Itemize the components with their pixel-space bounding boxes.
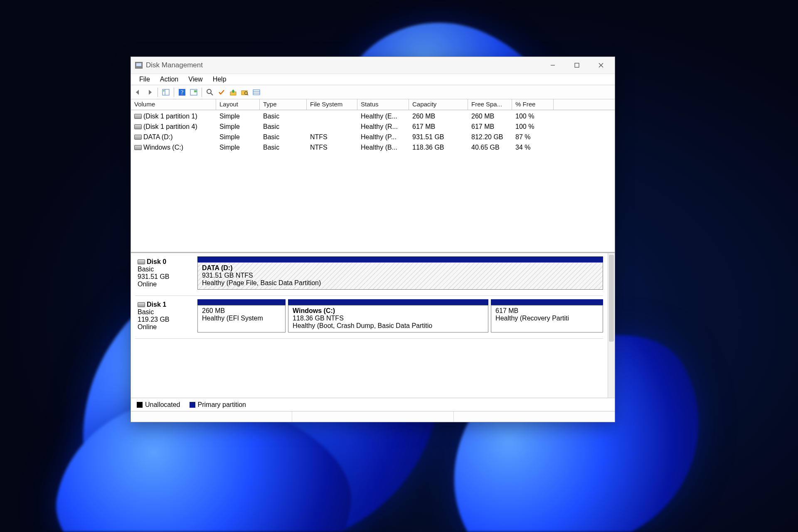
legend-primary-label: Primary partition <box>198 401 246 408</box>
volume-name: (Disk 1 partition 4) <box>143 123 197 130</box>
partition-status: Healthy (Boot, Crash Dump, Basic Data Pa… <box>293 322 432 329</box>
partition[interactable]: 260 MBHealthy (EFI System <box>197 299 286 332</box>
partition[interactable]: DATA (D:)931.51 GB NTFSHealthy (Page Fil… <box>197 256 603 290</box>
volume-layout: Simple <box>216 133 260 141</box>
col-pct-free[interactable]: % Free <box>512 99 554 110</box>
volume-status: Healthy (P... <box>357 133 409 141</box>
svg-line-16 <box>247 94 249 95</box>
check-button[interactable] <box>216 87 227 98</box>
svg-rect-1 <box>575 63 579 67</box>
volume-pct-free: 100 % <box>512 123 554 131</box>
partition-header-bar <box>197 299 286 305</box>
volume-type: Basic <box>260 113 307 120</box>
volume-status: Healthy (B... <box>357 144 409 151</box>
partition-box[interactable]: 260 MBHealthy (EFI System <box>197 305 286 332</box>
volume-row[interactable]: DATA (D:)SimpleBasicNTFSHealthy (P...931… <box>131 132 615 142</box>
volume-type: Basic <box>260 133 307 141</box>
titlebar[interactable]: Disk Management <box>131 57 615 74</box>
volume-layout: Simple <box>216 113 260 120</box>
volume-free: 617 MB <box>468 123 512 131</box>
maximize-button[interactable] <box>565 57 589 74</box>
partition-box[interactable]: 617 MBHealthy (Recovery Partiti <box>491 305 603 332</box>
col-status[interactable]: Status <box>357 99 409 110</box>
help-button[interactable]: ? <box>177 87 187 98</box>
volume-row[interactable]: (Disk 1 partition 4)SimpleBasicHealthy (… <box>131 121 615 132</box>
menu-help[interactable]: Help <box>208 75 232 84</box>
volume-capacity: 260 MB <box>409 113 468 120</box>
menu-file[interactable]: File <box>134 75 155 84</box>
volume-free: 812.20 GB <box>468 133 512 141</box>
disk-row: Disk 0Basic931.51 GBOnlineDATA (D:)931.5… <box>135 256 603 296</box>
volume-list-body: (Disk 1 partition 1)SimpleBasicHealthy (… <box>131 110 615 153</box>
volume-status: Healthy (R... <box>357 123 409 131</box>
volume-row[interactable]: Windows (C:)SimpleBasicNTFSHealthy (B...… <box>131 142 615 153</box>
list-icon-button[interactable] <box>251 87 262 98</box>
drive-icon <box>134 124 142 129</box>
col-free[interactable]: Free Spa... <box>468 99 512 110</box>
volume-type: Basic <box>260 123 307 131</box>
partition-title: DATA (D:) <box>202 264 232 271</box>
minimize-button[interactable] <box>541 57 565 74</box>
window-title: Disk Management <box>146 61 203 69</box>
volume-list: Volume Layout Type File System Status Ca… <box>131 99 615 253</box>
show-tree-button[interactable] <box>160 87 171 98</box>
menu-view[interactable]: View <box>183 75 207 84</box>
disk-label[interactable]: Disk 0Basic931.51 GBOnline <box>135 256 197 290</box>
volume-pct-free: 34 % <box>512 144 554 151</box>
nav-forward-button[interactable] <box>144 87 155 98</box>
volume-capacity: 931.51 GB <box>409 133 468 141</box>
svg-rect-10 <box>194 90 197 92</box>
svg-rect-6 <box>163 90 165 91</box>
volume-free: 260 MB <box>468 113 512 120</box>
vertical-scrollbar[interactable] <box>608 253 615 398</box>
col-filesystem[interactable]: File System <box>307 99 357 110</box>
volume-type: Basic <box>260 144 307 151</box>
status-bar <box>131 411 615 422</box>
partition[interactable]: Windows (C:)118.36 GB NTFSHealthy (Boot,… <box>288 299 488 332</box>
menu-action[interactable]: Action <box>155 75 183 84</box>
volume-filesystem: NTFS <box>307 144 357 151</box>
partition-box[interactable]: Windows (C:)118.36 GB NTFSHealthy (Boot,… <box>288 305 488 332</box>
partition[interactable]: 617 MBHealthy (Recovery Partiti <box>491 299 603 332</box>
properties-button[interactable] <box>204 87 215 98</box>
nav-back-button[interactable] <box>133 87 143 98</box>
refresh-button[interactable] <box>188 87 199 98</box>
disk-graphical-view: Disk 0Basic931.51 GBOnlineDATA (D:)931.5… <box>131 253 615 398</box>
volume-name: Windows (C:) <box>143 144 183 151</box>
drive-icon <box>134 135 142 140</box>
disk-label[interactable]: Disk 1Basic119.23 GBOnline <box>135 299 197 332</box>
volume-layout: Simple <box>216 123 260 131</box>
partition-box[interactable]: DATA (D:)931.51 GB NTFSHealthy (Page Fil… <box>197 262 603 290</box>
disk-partitions: DATA (D:)931.51 GB NTFSHealthy (Page Fil… <box>197 256 603 290</box>
partition-status: Healthy (Recovery Partiti <box>495 315 569 322</box>
legend-unallocated-label: Unallocated <box>145 401 180 408</box>
menubar: File Action View Help <box>131 74 615 85</box>
col-capacity[interactable]: Capacity <box>409 99 468 110</box>
volume-pct-free: 87 % <box>512 133 554 141</box>
col-type[interactable]: Type <box>260 99 307 110</box>
svg-line-12 <box>211 93 213 95</box>
up-arrow-button[interactable] <box>228 87 239 98</box>
disk-management-window: Disk Management File Action View Help <box>131 57 615 422</box>
partition-size: 118.36 GB NTFS <box>293 315 344 322</box>
partition-status: Healthy (EFI System <box>202 315 263 322</box>
drive-icon <box>134 145 142 150</box>
close-button[interactable] <box>589 57 613 74</box>
volume-pct-free: 100 % <box>512 113 554 120</box>
volume-free: 40.65 GB <box>468 144 512 151</box>
disk-icon <box>138 259 145 264</box>
partition-header-bar <box>288 299 488 305</box>
legend-unallocated: Unallocated <box>137 401 180 409</box>
volume-row[interactable]: (Disk 1 partition 1)SimpleBasicHealthy (… <box>131 111 615 121</box>
partition-size: 260 MB <box>202 307 225 314</box>
disk-partitions: 260 MBHealthy (EFI SystemWindows (C:)118… <box>197 299 603 332</box>
volume-layout: Simple <box>216 144 260 151</box>
partition-status: Healthy (Page File, Basic Data Partition… <box>202 279 321 286</box>
disk-row: Disk 1Basic119.23 GBOnline260 MBHealthy … <box>135 299 603 339</box>
partition-title: Windows (C:) <box>293 307 335 314</box>
col-layout[interactable]: Layout <box>216 99 260 110</box>
volume-name: (Disk 1 partition 1) <box>143 113 197 120</box>
col-volume[interactable]: Volume <box>131 99 216 110</box>
legend-primary: Primary partition <box>190 401 246 409</box>
search-folder-button[interactable] <box>239 87 250 98</box>
